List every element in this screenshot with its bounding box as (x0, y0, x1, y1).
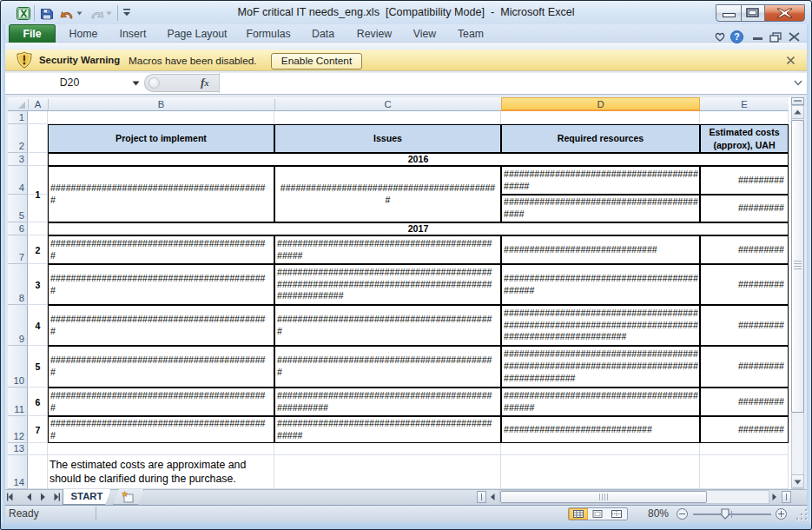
svg-text:?: ? (734, 31, 739, 42)
